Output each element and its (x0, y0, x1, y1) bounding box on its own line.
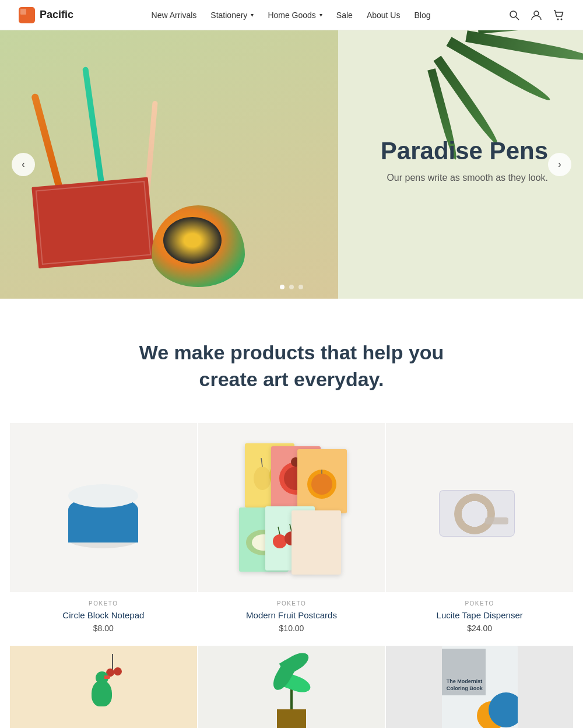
book-illustration: The Modernist Coloring Book (436, 646, 524, 728)
notepad-illustration (68, 473, 138, 542)
product-brand-notepad: POKETO (12, 600, 195, 607)
account-icon (531, 9, 542, 21)
tape-illustration (433, 473, 526, 542)
hero-dots (280, 285, 303, 289)
tagline-section: We make products that help you create ar… (0, 299, 583, 422)
product-info-postcards: POKETO Modern Fruit Postcards $10.00 (198, 592, 385, 645)
hero-title: Paradise Pens (381, 136, 548, 166)
postcard-2 (297, 449, 347, 513)
product-name-tape: Lucite Tape Dispenser (388, 610, 571, 620)
hero-subtitle: Our pens write as smooth as they look. (381, 173, 548, 183)
product-brand-tape: POKETO (388, 600, 571, 607)
svg-point-5 (557, 18, 559, 20)
nav-new-arrivals[interactable]: New Arrivals (152, 10, 197, 20)
product-image-notepad (10, 423, 197, 592)
product-card-lucite-tape-dispenser[interactable]: POKETO Lucite Tape Dispenser $24.00 (385, 422, 574, 645)
svg-point-6 (561, 18, 563, 20)
nav-blog[interactable]: Blog (414, 10, 430, 20)
product-image-tape (386, 423, 573, 592)
postcard-orange-svg (297, 449, 347, 513)
hero-next-button[interactable]: › (548, 153, 571, 176)
svg-rect-1 (20, 9, 26, 15)
hero-fruit-inner (163, 217, 222, 264)
product-info-tape: POKETO Lucite Tape Dispenser $24.00 (386, 592, 573, 645)
svg-line-22 (278, 527, 280, 534)
svg-line-9 (261, 458, 262, 467)
book-cover: The Modernist Coloring Book (442, 646, 518, 728)
svg-point-2 (510, 11, 517, 18)
postcards-illustration (233, 443, 350, 572)
product-card-modernist-coloring-book[interactable]: The Modernist Coloring Book (385, 645, 574, 728)
tape-roll (454, 494, 495, 534)
postcard-5 (292, 510, 341, 575)
product-name-notepad: Circle Block Notepad (12, 610, 195, 620)
svg-point-15 (311, 474, 332, 495)
svg-line-3 (516, 17, 519, 20)
tape-arm (485, 517, 508, 524)
book-title-text: The Modernist Coloring Book (447, 678, 487, 692)
tagline-text: We make products that help you create ar… (117, 340, 466, 393)
svg-point-19 (273, 534, 287, 548)
hero-dot-3[interactable] (298, 285, 303, 289)
site-header: Pacific New Arrivals Stationery ▾ Home G… (0, 0, 583, 30)
hero-prev-button[interactable]: ‹ (12, 153, 35, 176)
site-logo[interactable]: Pacific (19, 7, 73, 23)
nav-sale[interactable]: Sale (336, 10, 353, 20)
nav-about-us[interactable]: About Us (367, 10, 401, 20)
product-name-postcards: Modern Fruit Postcards (201, 610, 383, 620)
product-price-notepad: $8.00 (12, 624, 195, 633)
product-brand-postcards: POKETO (201, 600, 383, 607)
product-image-bird (10, 646, 197, 728)
tape-body (439, 490, 515, 537)
search-icon (508, 9, 520, 21)
bird-illustration (68, 651, 138, 728)
hero-text-block: Paradise Pens Our pens write as smooth a… (381, 136, 548, 183)
account-button[interactable] (531, 9, 542, 21)
stationery-chevron-icon: ▾ (251, 12, 254, 18)
nav-stationery[interactable]: Stationery ▾ (210, 10, 254, 20)
chevron-left-icon: ‹ (22, 159, 24, 170)
logo-icon (19, 7, 35, 23)
product-image-plant (198, 646, 385, 728)
hero-fruit (152, 205, 245, 287)
product-price-postcards: $10.00 (201, 624, 383, 633)
product-card-plant[interactable] (198, 645, 386, 728)
plant-illustration (268, 651, 315, 728)
product-image-book: The Modernist Coloring Book (386, 646, 573, 728)
product-image-postcards (198, 423, 385, 592)
product-card-bird-print[interactable] (9, 645, 198, 728)
cart-icon (553, 9, 564, 21)
svg-point-7 (254, 467, 271, 490)
products-grid-row1: POKETO Circle Block Notepad $8.00 (9, 422, 574, 645)
header-icons (508, 9, 564, 21)
product-price-tape: $24.00 (388, 624, 571, 633)
notepad-top (68, 484, 138, 508)
product-card-modern-fruit-postcards[interactable]: POKETO Modern Fruit Postcards $10.00 (198, 422, 386, 645)
cherry-2 (114, 667, 122, 676)
hero-dot-2[interactable] (289, 285, 294, 289)
svg-point-4 (534, 11, 539, 16)
site-name: Pacific (40, 9, 73, 21)
hero-scene-left (0, 30, 361, 299)
hero-section: Paradise Pens Our pens write as smooth a… (0, 30, 583, 299)
hero-notebook (31, 177, 154, 269)
product-card-circle-block-notepad[interactable]: POKETO Circle Block Notepad $8.00 (9, 422, 198, 645)
bird-beak (104, 676, 110, 679)
nav-home-goods[interactable]: Home Goods ▾ (268, 10, 322, 20)
plant-pot (277, 709, 306, 728)
search-button[interactable] (508, 9, 520, 21)
product-info-notepad: POKETO Circle Block Notepad $8.00 (10, 592, 197, 645)
home-goods-chevron-icon: ▾ (319, 12, 322, 18)
main-nav: New Arrivals Stationery ▾ Home Goods ▾ S… (152, 10, 431, 20)
chevron-right-icon: › (558, 159, 561, 170)
hero-dot-1[interactable] (280, 285, 285, 289)
products-grid-row2: The Modernist Coloring Book (9, 645, 574, 728)
cart-button[interactable] (553, 9, 564, 21)
